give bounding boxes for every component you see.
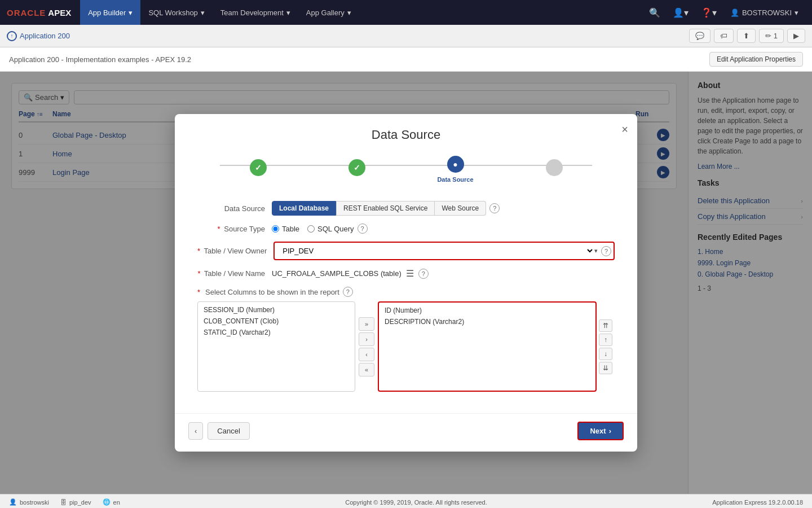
sql-query-radio-text: SQL Query [317,225,354,233]
move-right-button[interactable]: › [359,332,374,346]
move-all-right-button[interactable]: » [359,317,374,331]
user-menu-icon[interactable]: 👤▾ [667,0,694,25]
nav-app-builder-chevron: ▾ [129,8,133,17]
user-profile-button[interactable]: 👤 BOSTROWSKI ▾ [723,0,805,25]
oracle-logo: ORACLE APEX [7,8,71,17]
selected-col-description[interactable]: DESCRIPTION (Varchar2) [381,316,593,327]
schema-icon: 🗄 [60,499,67,506]
dialog-header: Data Source × [175,114,637,142]
sort-up-button[interactable]: ↑ [599,334,612,346]
nav-sql-workshop-label: SQL Workshop [148,8,197,17]
wizard-circle-3: ● [447,156,464,173]
columns-transfer-container: SESSION_ID (Number) CLOB_CONTENT (Clob) … [197,301,615,392]
back-button[interactable]: ‹ [188,422,203,440]
edit-count-button[interactable]: ✏ 1 [759,29,784,43]
sort-bottom-button[interactable]: ⇊ [599,362,612,374]
app-up-icon: ↑ [7,31,17,41]
rest-sql-button[interactable]: REST Enabled SQL Service [336,201,435,216]
nav-app-gallery-chevron: ▾ [347,8,351,17]
tag-icon-button[interactable]: 🏷 [714,29,734,43]
user-icon: 👤 [9,498,17,506]
nav-sql-workshop[interactable]: SQL Workshop ▾ [140,0,212,25]
data-source-help-icon[interactable]: ? [489,203,500,213]
available-columns-list[interactable]: SESSION_ID (Number) CLOB_CONTENT (Clob) … [197,301,355,392]
nav-app-gallery[interactable]: App Gallery ▾ [298,0,359,25]
table-name-help-icon[interactable]: ? [418,269,429,279]
columns-section: * Select Columns to be shown in the repo… [197,287,615,392]
wizard-circle-1: ✓ [250,159,267,176]
data-source-btn-group: Local Database REST Enabled SQL Service … [272,201,486,216]
status-language: 🌐 en [103,498,120,506]
user-chevron-icon: ▾ [795,8,798,17]
secondary-toolbar: ↑ Application 200 💬 🏷 ⬆ ✏ 1 ▶ [0,25,812,47]
table-view-name-label: * Table / View Name [197,269,265,278]
sql-query-radio[interactable] [307,225,315,233]
next-button-arrow-icon: › [609,427,611,435]
selected-columns-list[interactable]: ID (Number) DESCRIPTION (Varchar2) [378,301,597,392]
columns-label-text: Select Columns to be shown in the report [205,288,339,296]
table-radio-text: Table [282,225,299,233]
table-view-owner-label: * Table / View Owner [197,247,267,255]
app-home-link[interactable]: ↑ Application 200 [7,31,70,41]
nav-app-gallery-label: App Gallery [306,8,345,17]
sort-buttons-group: ⇈ ↑ ↓ ⇊ [597,301,615,392]
sort-top-button[interactable]: ⇈ [599,319,612,332]
source-type-controls: Table SQL Query ? [272,224,615,234]
footer-left: ‹ Cancel [188,422,250,440]
status-bar: 👤 bostrowski 🗄 pip_dev 🌐 en Copyright © … [0,494,812,508]
available-col-session-id[interactable]: SESSION_ID (Number) [200,304,352,316]
user-avatar-icon: 👤 [730,8,739,17]
cancel-button[interactable]: Cancel [208,422,249,440]
available-col-clob-content[interactable]: CLOB_CONTENT (Clob) [200,316,352,327]
owner-help-icon[interactable]: ? [601,246,611,256]
wizard-step-1: ✓ [209,159,307,179]
nav-app-builder-label: App Builder [88,8,126,17]
selected-col-id[interactable]: ID (Number) [381,305,593,316]
main-layout: 🔍 Search ▾ Page ↑≡ Name Run 0 Global Pag… [0,72,812,494]
apex-text: APEX [48,8,71,17]
help-menu-icon[interactable]: ❓▾ [695,0,722,25]
nav-team-development-chevron: ▾ [286,8,290,17]
status-version: Application Express 19.2.0.00.18 [712,499,803,506]
run-app-button[interactable]: ▶ [787,29,805,43]
dialog-footer: ‹ Cancel Next › [175,413,637,452]
owner-select-dropdown[interactable]: PIP_DEV [277,244,594,258]
columns-required-star: * [197,288,200,296]
web-source-button[interactable]: Web Source [435,201,486,216]
data-source-dialog: Data Source × ✓ ✓ ● Data Source [175,114,637,452]
wizard-step-4 [505,159,603,179]
nav-team-development[interactable]: Team Development ▾ [213,0,298,25]
top-navigation: ORACLE APEX App Builder ▾ SQL Workshop ▾… [0,0,812,25]
move-left-button[interactable]: ‹ [359,348,374,361]
available-col-static-id[interactable]: STATIC_ID (Varchar2) [200,327,352,338]
sql-query-radio-label[interactable]: SQL Query [307,225,354,233]
next-button-label: Next [590,427,606,435]
source-type-required-star: * [218,225,220,233]
nav-app-builder[interactable]: App Builder ▾ [80,0,140,25]
transfer-buttons-group: » › ‹ « [355,301,378,392]
secondary-icon-group: 💬 🏷 ⬆ ✏ 1 ▶ [689,29,805,43]
table-radio-label[interactable]: Table [272,225,299,233]
share-icon-button[interactable]: ⬆ [737,29,756,43]
next-button[interactable]: Next › [577,422,624,440]
data-source-label: Data Source [197,204,265,213]
source-type-help-icon[interactable]: ? [358,224,368,234]
table-radio[interactable] [272,225,279,233]
source-type-row: * Source Type Table SQL Query [197,224,615,234]
columns-help-icon[interactable]: ? [343,287,353,297]
status-copyright: Copyright © 1999, 2019, Oracle. All righ… [131,499,701,506]
move-all-left-button[interactable]: « [359,363,374,376]
comment-icon-button[interactable]: 💬 [689,29,710,43]
dialog-title: Data Source [372,128,440,142]
status-username: bostrowski [20,499,49,506]
table-list-icon[interactable]: ☰ [406,268,414,279]
dialog-close-button[interactable]: × [621,123,628,136]
dialog-overlay: Data Source × ✓ ✓ ● Data Source [0,72,812,494]
status-schema-name: pip_dev [69,499,91,506]
wizard-step-2: ✓ [307,159,406,179]
sort-down-button[interactable]: ↓ [599,348,612,360]
local-database-button[interactable]: Local Database [272,201,336,216]
edit-application-properties-button[interactable]: Edit Application Properties [709,52,803,67]
owner-required-star: * [197,247,200,255]
search-icon[interactable]: 🔍 [643,0,666,25]
